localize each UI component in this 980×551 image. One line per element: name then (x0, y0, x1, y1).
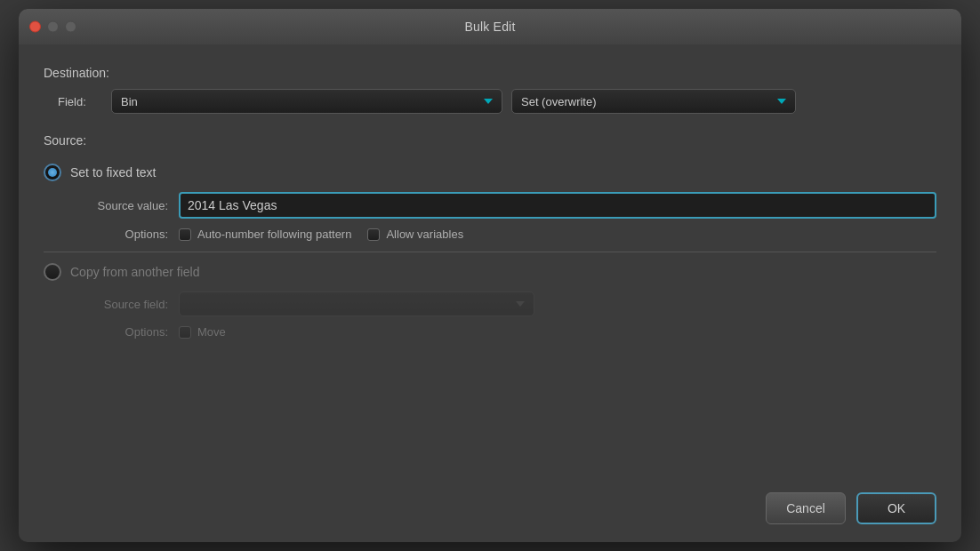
traffic-lights (29, 21, 76, 33)
copy-options-label: Options: (70, 325, 168, 339)
operation-dropdown-value: Set (overwrite) (521, 95, 597, 108)
maximize-button[interactable] (65, 21, 76, 33)
options-checkboxes: Auto-number following pattern Allow vari… (179, 228, 463, 241)
operation-dropdown-arrow-icon (777, 99, 786, 104)
field-dropdown-arrow-icon (484, 99, 493, 104)
move-label: Move (197, 325, 226, 339)
radio-divider (44, 252, 936, 252)
destination-field-row: Field: Bin Set (overwrite) (58, 89, 936, 114)
allow-variables-label: Allow variables (386, 228, 463, 241)
source-field-dropdown-arrow-icon (516, 301, 525, 307)
move-checkbox-box (179, 326, 191, 339)
ok-button[interactable]: OK (856, 492, 936, 524)
copy-field-radio[interactable]: Copy from another field (44, 256, 936, 288)
destination-section: Destination: Field: Bin Set (overwrite) (44, 66, 936, 130)
dialog-title: Bulk Edit (464, 20, 515, 34)
button-row: Cancel OK (44, 475, 936, 524)
auto-number-checkbox-box (179, 228, 191, 241)
copy-field-subfields: Source field: Options: Move (70, 291, 936, 339)
copy-options-checkboxes: Move (179, 325, 226, 339)
field-dropdown-value: Bin (121, 95, 138, 108)
field-label: Field: (58, 95, 102, 108)
fixed-text-radio[interactable]: Set to fixed text (44, 156, 936, 188)
fixed-text-radio-circle (44, 164, 61, 181)
copy-field-radio-label: Copy from another field (70, 265, 200, 279)
source-section: Source: Set to fixed text Source value: … (44, 133, 936, 346)
auto-number-checkbox[interactable]: Auto-number following pattern (179, 228, 351, 241)
source-field-row: Source field: (70, 291, 936, 316)
operation-dropdown[interactable]: Set (overwrite) (511, 89, 796, 114)
source-radio-group: Set to fixed text Source value: Options: (44, 156, 936, 346)
field-dropdown[interactable]: Bin (111, 89, 502, 114)
copy-options-row: Options: Move (70, 325, 936, 339)
bulk-edit-dialog: Bulk Edit Destination: Field: Bin Set (o… (19, 9, 961, 542)
move-checkbox[interactable]: Move (179, 325, 226, 339)
fixed-text-radio-label: Set to fixed text (70, 165, 157, 180)
fixed-text-subfields: Source value: Options: Auto-number follo… (70, 192, 936, 241)
source-field-label: Source field: (70, 298, 168, 311)
copy-field-radio-circle (44, 263, 61, 281)
destination-label: Destination: (44, 66, 936, 80)
close-button[interactable] (29, 21, 41, 33)
source-value-label: Source value: (70, 199, 168, 212)
dialog-body: Destination: Field: Bin Set (overwrite) … (19, 44, 961, 542)
auto-number-label: Auto-number following pattern (197, 228, 351, 241)
source-field-dropdown[interactable] (179, 291, 534, 316)
source-label: Source: (44, 133, 936, 148)
cancel-button[interactable]: Cancel (766, 492, 846, 524)
options-label: Options: (70, 228, 168, 241)
titlebar: Bulk Edit (19, 9, 961, 44)
options-row: Options: Auto-number following pattern A… (70, 228, 936, 241)
source-value-input[interactable] (179, 192, 936, 219)
allow-variables-checkbox[interactable]: Allow variables (367, 228, 463, 241)
allow-variables-checkbox-box (367, 228, 380, 241)
source-value-row: Source value: (70, 192, 936, 219)
minimize-button[interactable] (47, 21, 59, 33)
